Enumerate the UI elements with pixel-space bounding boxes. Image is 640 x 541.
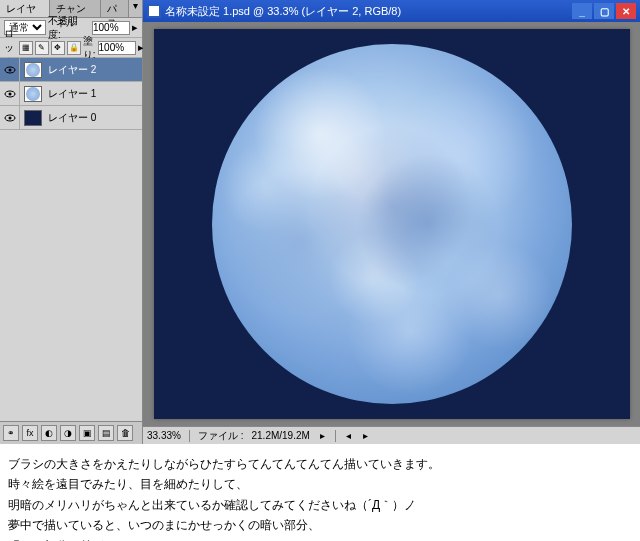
- lock-fill-row: ロック: ▦ ✎ ✥ 🔒 塗り: ▸: [0, 38, 142, 58]
- chevron-down-icon[interactable]: ▸: [132, 21, 138, 34]
- adjustment-layer-button[interactable]: ◑: [60, 425, 76, 441]
- nav-last-icon[interactable]: ▸: [361, 430, 370, 441]
- filesize-label: ファイル :: [198, 429, 244, 443]
- status-bar: 33.33% ファイル : 21.2M/19.2M ▸ ◂ ▸: [143, 426, 640, 444]
- svg-point-1: [8, 68, 11, 71]
- tutorial-line: 明るい部分の差がなくなってしまいますよ～。: [8, 536, 632, 541]
- photoshop-icon: [147, 4, 161, 18]
- tutorial-line: 夢中で描いていると、いつのまにかせっかくの暗い部分、: [8, 515, 632, 535]
- nav-first-icon[interactable]: ◂: [344, 430, 353, 441]
- tutorial-line: 時々絵を遠目でみたり、目を細めたりして、: [8, 474, 632, 494]
- minimize-button[interactable]: _: [572, 3, 592, 19]
- layer-item[interactable]: レイヤー 1: [0, 82, 142, 106]
- visibility-toggle[interactable]: [0, 82, 20, 106]
- layer-name-label: レイヤー 0: [46, 111, 96, 125]
- layer-thumbnail: [24, 110, 42, 126]
- filesize-value: 21.2M/19.2M: [251, 430, 309, 441]
- lock-position-icon[interactable]: ✥: [51, 41, 65, 55]
- blend-opacity-row: 通常 不透明度: ▸: [0, 18, 142, 38]
- zoom-level[interactable]: 33.33%: [147, 430, 181, 441]
- layer-name-label: レイヤー 1: [46, 87, 96, 101]
- tab-layers[interactable]: レイヤー ×: [0, 0, 50, 17]
- tutorial-caption: ブラシの大きさをかえたりしながらひたすらてんてんてんてん描いていきます。 時々絵…: [0, 444, 640, 541]
- lock-transparency-icon[interactable]: ▦: [19, 41, 33, 55]
- visibility-toggle[interactable]: [0, 58, 20, 82]
- lock-paint-icon[interactable]: ✎: [35, 41, 49, 55]
- document-window: 名称未設定 1.psd @ 33.3% (レイヤー 2, RGB/8) _ ▢ …: [143, 0, 640, 444]
- delete-layer-button[interactable]: 🗑: [117, 425, 133, 441]
- canvas[interactable]: [154, 29, 630, 419]
- close-button[interactable]: ✕: [616, 3, 636, 19]
- layer-name-label: レイヤー 2: [46, 63, 96, 77]
- svg-point-5: [8, 116, 11, 119]
- fill-input[interactable]: [98, 41, 136, 55]
- layer-thumbnail: [24, 86, 42, 102]
- chevron-right-icon[interactable]: ▸: [318, 430, 327, 441]
- layer-mask-button[interactable]: ◐: [41, 425, 57, 441]
- layers-panel: レイヤー × チャンネル パス ▾ 通常 不透明度: ▸ ロック: ▦ ✎ ✥ …: [0, 0, 143, 444]
- panel-bottom-buttons: ⚭ fx ◐ ◑ ▣ ▤ 🗑: [0, 421, 142, 444]
- panel-menu-icon[interactable]: ▾: [129, 0, 142, 17]
- opacity-input[interactable]: [92, 21, 130, 35]
- visibility-toggle[interactable]: [0, 106, 20, 130]
- eye-icon: [4, 89, 16, 99]
- new-layer-button[interactable]: ▤: [98, 425, 114, 441]
- layer-item[interactable]: レイヤー 0: [0, 106, 142, 130]
- window-title: 名称未設定 1.psd @ 33.3% (レイヤー 2, RGB/8): [165, 4, 572, 19]
- maximize-button[interactable]: ▢: [594, 3, 614, 19]
- eye-icon: [4, 65, 16, 75]
- layer-style-button[interactable]: fx: [22, 425, 38, 441]
- tutorial-line: 明暗のメリハリがちゃんと出来ているか確認してみてくださいね（´Д｀）ノ: [8, 495, 632, 515]
- window-titlebar[interactable]: 名称未設定 1.psd @ 33.3% (レイヤー 2, RGB/8) _ ▢ …: [143, 0, 640, 22]
- tutorial-line: ブラシの大きさをかえたりしながらひたすらてんてんてんてん描いていきます。: [8, 454, 632, 474]
- layer-list: レイヤー 2 レイヤー 1 レイヤー 0: [0, 58, 142, 421]
- moon-artwork: [212, 44, 572, 404]
- canvas-viewport[interactable]: [143, 22, 640, 426]
- svg-point-3: [8, 92, 11, 95]
- layer-item[interactable]: レイヤー 2: [0, 58, 142, 82]
- link-layers-button[interactable]: ⚭: [3, 425, 19, 441]
- eye-icon: [4, 113, 16, 123]
- svg-rect-7: [149, 6, 159, 16]
- layer-thumbnail: [24, 62, 42, 78]
- lock-all-icon[interactable]: 🔒: [67, 41, 81, 55]
- layer-group-button[interactable]: ▣: [79, 425, 95, 441]
- tab-paths[interactable]: パス: [101, 0, 129, 17]
